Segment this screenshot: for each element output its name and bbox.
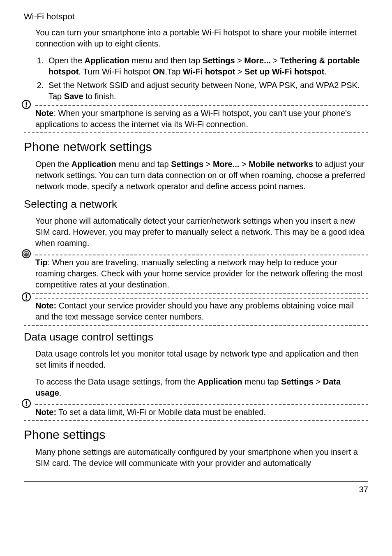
wifi-step-1: Open the Application menu and then tap S… bbox=[46, 55, 368, 77]
text-fragment: menu and then tap bbox=[129, 56, 203, 65]
bold-settings: Settings bbox=[281, 377, 314, 386]
note-body: : When your smartphone is serving as a W… bbox=[35, 109, 351, 129]
bold-more: More... bbox=[213, 160, 239, 169]
text-fragment: .Tap bbox=[165, 67, 182, 76]
heading-selecting-network: Selecting a network bbox=[24, 198, 368, 211]
note-text: Note: To set a data limit, Wi-Fi or Mobi… bbox=[35, 407, 368, 418]
data-usage-paragraph-1: Data usage controls let you monitor tota… bbox=[35, 348, 368, 371]
tip-icon bbox=[21, 249, 31, 259]
phone-network-paragraph: Open the Application menu and tap Settin… bbox=[35, 159, 368, 192]
dashed-rule bbox=[24, 325, 368, 326]
text-fragment: Open the bbox=[48, 56, 85, 65]
note-label: Note: bbox=[35, 408, 56, 417]
svg-rect-1 bbox=[26, 102, 27, 106]
bold-application: Application bbox=[71, 160, 116, 169]
svg-rect-9 bbox=[26, 401, 27, 405]
page-number: 37 bbox=[24, 482, 368, 503]
heading-phone-settings: Phone settings bbox=[24, 428, 368, 442]
svg-point-2 bbox=[26, 106, 27, 107]
document-page: Wi-Fi hotspot You can turn your smartpho… bbox=[0, 0, 392, 503]
text-fragment: To access the Data usage settings, from … bbox=[35, 377, 198, 386]
note-wifi-hotspot: Note: When your smartphone is serving as… bbox=[24, 105, 368, 133]
note-body: Contact your service provider should you… bbox=[35, 301, 354, 321]
text-fragment: > bbox=[239, 160, 249, 169]
text-fragment: to finish. bbox=[83, 92, 116, 101]
caution-icon bbox=[21, 292, 31, 302]
svg-point-10 bbox=[26, 405, 27, 406]
bold-mobile-networks: Mobile networks bbox=[249, 160, 313, 169]
text-fragment: > bbox=[203, 160, 213, 169]
dashed-rule bbox=[35, 105, 368, 106]
dashed-rule bbox=[24, 420, 368, 421]
text-fragment: > bbox=[235, 67, 244, 76]
note-data-limit: Note: To set a data limit, Wi-Fi or Mobi… bbox=[24, 404, 368, 421]
text-fragment: > bbox=[235, 56, 244, 65]
dashed-rule bbox=[35, 404, 368, 405]
text-fragment: . bbox=[59, 388, 62, 397]
text-fragment: . Turn Wi-Fi hotspot bbox=[78, 67, 152, 76]
bold-application: Application bbox=[198, 377, 242, 386]
bold-wifi-hotspot: Wi-Fi hotspot bbox=[183, 67, 235, 76]
tip-body: : When you are traveling, manually selec… bbox=[35, 258, 363, 289]
bold-settings: Settings bbox=[171, 160, 203, 169]
bold-on: ON bbox=[152, 67, 165, 76]
text-fragment: Open the bbox=[35, 160, 71, 169]
bold-settings: Settings bbox=[203, 56, 235, 65]
caution-icon bbox=[21, 100, 31, 109]
bold-save: Save bbox=[64, 92, 83, 101]
bold-setup-wifi: Set up Wi-Fi hotspot bbox=[244, 67, 324, 76]
heading-data-usage: Data usage control settings bbox=[24, 331, 368, 343]
note-label: Note bbox=[35, 109, 53, 118]
selecting-network-paragraph: Your phone will automatically detect you… bbox=[35, 215, 368, 249]
caution-icon bbox=[21, 398, 31, 408]
note-text: Note: When your smartphone is serving as… bbox=[35, 108, 368, 130]
note-service-provider: Note: Contact your service provider shou… bbox=[24, 298, 368, 326]
text-fragment: > bbox=[271, 56, 280, 65]
phone-settings-paragraph: Many phone settings are automatically co… bbox=[35, 447, 368, 469]
tip-label: Tip bbox=[35, 258, 48, 267]
wifi-step-2: Set the Network SSID and adjust security… bbox=[46, 80, 368, 102]
dashed-rule bbox=[24, 132, 368, 133]
dashed-rule bbox=[24, 293, 368, 294]
phone-settings-body: Many phone settings are automatically co… bbox=[35, 447, 368, 469]
heading-phone-network-settings: Phone network settings bbox=[24, 140, 368, 154]
heading-wifi-hotspot: Wi-Fi hotspot bbox=[24, 12, 368, 21]
phone-network-body: Open the Application menu and tap Settin… bbox=[35, 159, 368, 192]
note-label: Note: bbox=[35, 301, 56, 310]
note-text: Note: Contact your service provider shou… bbox=[35, 300, 368, 322]
svg-point-7 bbox=[26, 299, 27, 300]
data-usage-paragraph-2: To access the Data usage settings, from … bbox=[35, 376, 368, 398]
dashed-rule bbox=[35, 255, 368, 255]
data-usage-body: Data usage controls let you monitor tota… bbox=[35, 348, 368, 398]
wifi-hotspot-body: You can turn your smartphone into a port… bbox=[35, 27, 368, 102]
text-fragment: > bbox=[314, 377, 323, 386]
tip-text: Tip: When you are traveling, manually se… bbox=[35, 257, 368, 290]
selecting-network-body: Your phone will automatically detect you… bbox=[35, 215, 368, 249]
note-body: To set a data limit, Wi-Fi or Mobile dat… bbox=[56, 408, 266, 417]
wifi-intro-paragraph: You can turn your smartphone into a port… bbox=[35, 27, 368, 49]
tip-traveling: Tip: When you are traveling, manually se… bbox=[24, 255, 368, 294]
svg-rect-6 bbox=[26, 294, 27, 298]
text-fragment: menu tap bbox=[242, 377, 281, 386]
bold-application: Application bbox=[85, 56, 129, 65]
text-fragment: . bbox=[324, 67, 327, 76]
wifi-steps-list: Open the Application menu and then tap S… bbox=[44, 55, 368, 102]
bold-more: More... bbox=[244, 56, 270, 65]
text-fragment: menu and tap bbox=[116, 160, 171, 169]
dashed-rule bbox=[35, 298, 368, 299]
